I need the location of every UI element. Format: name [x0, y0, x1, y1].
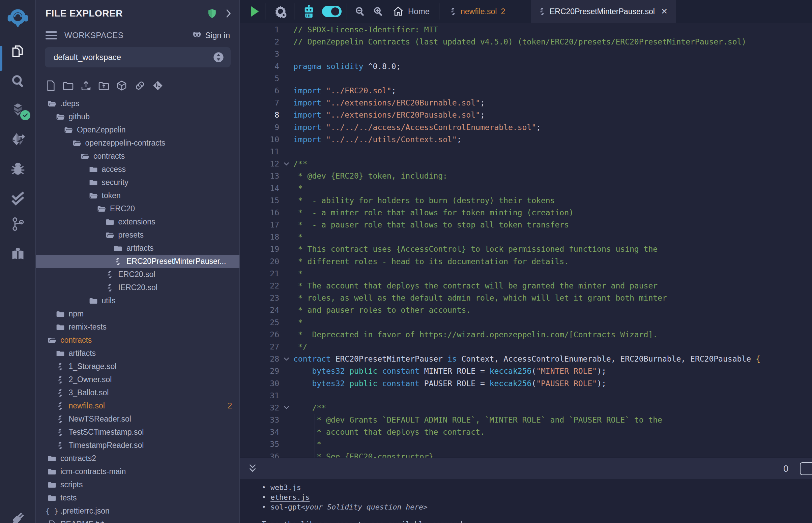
tree-folder--deps[interactable]: .deps — [36, 97, 240, 110]
file-explorer-icon[interactable] — [0, 40, 36, 63]
tree-folder-extensions[interactable]: extensions — [36, 215, 240, 229]
code-line-1[interactable]: 1// SPDX-License-Identifier: MIT — [240, 23, 812, 36]
plugin-manager-icon[interactable] — [0, 507, 36, 523]
import-url-icon[interactable] — [134, 80, 146, 91]
code-line-7[interactable]: 7import "../extensions/ERC20Burnable.sol… — [240, 97, 812, 109]
upload-folder-icon[interactable] — [99, 80, 109, 91]
tree-folder-npm[interactable]: npm — [36, 307, 240, 321]
code-line-11[interactable]: 11 — [240, 146, 812, 158]
git-icon[interactable] — [0, 213, 36, 236]
code-line-23[interactable]: 23 * roles, as well as the default admin… — [240, 292, 812, 304]
code-line-4[interactable]: 4pragma solidity ^0.8.0; — [240, 60, 812, 72]
tree-file-1-storage-sol[interactable]: 1_Storage.sol — [36, 360, 240, 373]
upload-file-icon[interactable] — [81, 80, 91, 91]
tree-file-testsctimestamp-sol[interactable]: TestSCTimestamp.sol — [36, 426, 240, 439]
code-line-21[interactable]: 21 * — [240, 268, 812, 280]
tab-home[interactable]: Home — [390, 0, 444, 23]
terminal-output[interactable]: •web3.js•ethers.js•sol-gpt <your Solidit… — [240, 479, 812, 523]
code-line-10[interactable]: 10import "../../../utils/Context.sol"; — [240, 133, 812, 146]
terminal-search-input[interactable] — [800, 462, 812, 475]
code-line-5[interactable]: 5 — [240, 72, 812, 85]
terminal-library-link[interactable]: ethers.js — [270, 493, 310, 501]
code-line-14[interactable]: 14 * — [240, 182, 812, 194]
code-line-27[interactable]: 27 */ — [240, 341, 812, 353]
tab-erc20presetminterpauser.sol[interactable]: ERC20PresetMinterPauser.sol✕ — [531, 0, 676, 23]
script-config-gear-icon[interactable] — [271, 0, 290, 23]
solidity-compiler-icon[interactable] — [0, 99, 36, 122]
code-line-28[interactable]: 28contract ERC20PresetMinterPauser is Co… — [240, 353, 812, 365]
fold-chevron-icon[interactable] — [279, 405, 293, 411]
tree-file-readme-txt[interactable]: README.txt — [36, 518, 240, 523]
search-icon[interactable] — [0, 69, 36, 92]
tree-file-2-owner-sol[interactable]: 2_Owner.sol — [36, 373, 240, 386]
create-file-icon[interactable] — [46, 80, 56, 91]
tree-folder-presets[interactable]: presets — [36, 229, 240, 241]
clone-git-repo-icon[interactable] — [153, 80, 163, 91]
tree-folder-remix-tests[interactable]: remix-tests — [36, 321, 240, 333]
tree-file-newfile-sol[interactable]: newfile.sol2 — [36, 399, 240, 413]
tree-folder-utils[interactable]: utils — [36, 294, 240, 307]
close-tab-icon[interactable]: ✕ — [661, 7, 668, 16]
unit-testing-icon[interactable] — [0, 187, 36, 210]
terminal-expand-icon[interactable] — [248, 464, 257, 474]
code-line-29[interactable]: 29 bytes32 public constant MINTER_ROLE =… — [240, 365, 812, 377]
code-line-32[interactable]: 32 /** — [240, 402, 812, 414]
tree-file-erc20-sol[interactable]: ERC20.sol — [36, 268, 240, 281]
code-line-15[interactable]: 15 * - ability for holders to burn (dest… — [240, 195, 812, 206]
tree-folder-scripts[interactable]: scripts — [36, 478, 240, 491]
code-line-19[interactable]: 19 * This contract uses {AccessControl} … — [240, 243, 812, 255]
tree-folder-access[interactable]: access — [36, 163, 240, 176]
zoom-in-icon[interactable] — [370, 0, 387, 23]
workspace-select[interactable]: default_workspace — [45, 47, 231, 67]
tree-folder-github[interactable]: github — [36, 110, 240, 123]
workspaces-menu-icon[interactable] — [46, 31, 57, 39]
collapse-panel-chevron-icon[interactable] — [225, 9, 231, 18]
tree-file-erc20presetminterpauser-[interactable]: ERC20PresetMinterPauser... — [36, 255, 240, 268]
code-line-17[interactable]: 17 * - a pauser role that allows to stop… — [240, 219, 812, 231]
learneth-icon[interactable] — [0, 242, 36, 265]
tree-folder-artifacts[interactable]: artifacts — [36, 241, 240, 255]
code-line-24[interactable]: 24 * and pauser roles to other accounts. — [240, 304, 812, 316]
ai-copilot-robot-icon[interactable] — [299, 0, 318, 23]
fold-chevron-icon[interactable] — [279, 161, 293, 167]
code-line-2[interactable]: 2// OpenZeppelin Contracts (last updated… — [240, 36, 812, 48]
code-line-16[interactable]: 16 * - a minter role that allows for tok… — [240, 206, 812, 219]
tree-folder-contracts2[interactable]: contracts2 — [36, 452, 240, 465]
tree-folder-contracts[interactable]: contracts — [36, 333, 240, 347]
tree-folder-artifacts[interactable]: artifacts — [36, 347, 240, 360]
code-line-35[interactable]: 35 * — [240, 438, 812, 450]
code-line-22[interactable]: 22 * The account that deploys the contra… — [240, 280, 812, 292]
code-line-31[interactable]: 31 — [240, 390, 812, 402]
code-line-12[interactable]: 12/** — [240, 158, 812, 170]
zoom-out-icon[interactable] — [351, 0, 369, 23]
tree-file--prettierrc-json[interactable]: { }.prettierrc.json — [36, 504, 240, 518]
tab-newfile.sol[interactable]: newfile.sol2 — [442, 0, 513, 23]
remix-logo-icon[interactable] — [0, 7, 36, 30]
tree-folder-erc20[interactable]: ERC20 — [36, 202, 240, 215]
tree-folder-icm-contracts-main[interactable]: icm-contracts-main — [36, 465, 240, 478]
debugger-icon[interactable] — [0, 157, 36, 180]
code-line-25[interactable]: 25 * — [240, 317, 812, 328]
deploy-run-icon[interactable] — [0, 128, 36, 151]
sign-in-button[interactable]: Sign in — [192, 31, 230, 40]
code-line-8[interactable]: 8import "../extensions/ERC20Pausable.sol… — [240, 109, 812, 121]
code-line-26[interactable]: 26 * _Deprecated in favor of https://wiz… — [240, 328, 812, 341]
code-line-18[interactable]: 18 * — [240, 231, 812, 243]
fold-chevron-icon[interactable] — [279, 356, 293, 362]
tree-folder-openzeppelin[interactable]: OpenZeppelin — [36, 123, 240, 137]
code-line-36[interactable]: 36 * See {ERC20-constructor}. — [240, 451, 812, 458]
code-line-30[interactable]: 30 bytes32 public constant PAUSER_ROLE =… — [240, 377, 812, 389]
code-line-20[interactable]: 20 * different roles - head to its docum… — [240, 255, 812, 268]
run-script-button[interactable] — [247, 0, 263, 23]
code-line-6[interactable]: 6import "../ERC20.sol"; — [240, 85, 812, 97]
code-editor[interactable]: 1// SPDX-License-Identifier: MIT2// Open… — [240, 23, 812, 458]
import-ipfs-icon[interactable] — [116, 80, 127, 91]
tree-file-3-ballot-sol[interactable]: 3_Ballot.sol — [36, 386, 240, 399]
tree-folder-tests[interactable]: tests — [36, 491, 240, 504]
create-folder-icon[interactable] — [63, 80, 73, 91]
tree-file-timestampreader-sol[interactable]: TimestampReader.sol — [36, 439, 240, 452]
tree-folder-contracts[interactable]: contracts — [36, 150, 240, 163]
code-line-9[interactable]: 9import "../../../access/AccessControlEn… — [240, 121, 812, 133]
code-line-3[interactable]: 3 — [240, 48, 812, 60]
code-line-13[interactable]: 13 * @dev {ERC20} token, including: — [240, 170, 812, 182]
